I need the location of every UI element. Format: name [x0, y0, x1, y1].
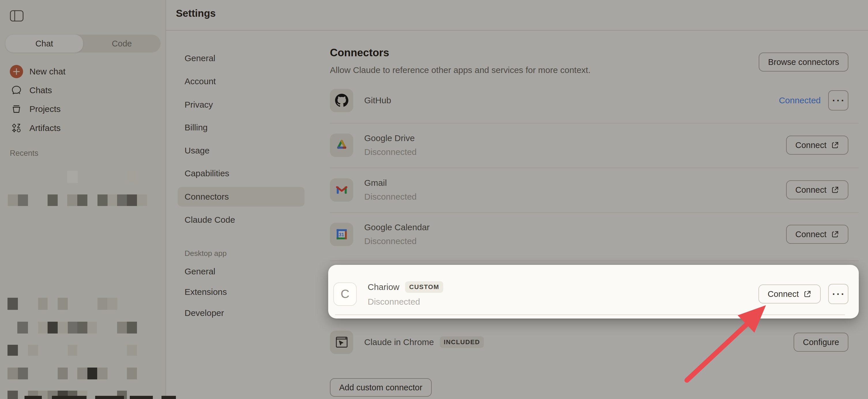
connect-label: Connect [768, 289, 799, 299]
connector-row-chariow-highlighted: C Chariow CUSTOM Disconnected Connect ··… [328, 265, 859, 318]
connector-row-chariow: C Chariow CUSTOM Disconnected Connect ··… [333, 278, 848, 310]
chariow-icon: C [333, 282, 357, 306]
connector-name-text: Chariow [368, 282, 399, 292]
tutorial-dim-overlay [0, 0, 868, 399]
external-link-icon [803, 290, 811, 298]
connector-info: Chariow CUSTOM Disconnected [368, 281, 443, 307]
card-bottom-divider [335, 314, 845, 315]
custom-badge: CUSTOM [405, 281, 443, 293]
connector-name: Chariow CUSTOM [368, 281, 443, 293]
chariow-letter: C [341, 287, 349, 301]
claude-settings-window: Chat Code New chat Chats [0, 0, 868, 399]
chariow-menu-button[interactable]: ··· [828, 284, 848, 304]
chariow-connect-button[interactable]: Connect [758, 284, 821, 304]
connector-status: Disconnected [368, 297, 443, 307]
